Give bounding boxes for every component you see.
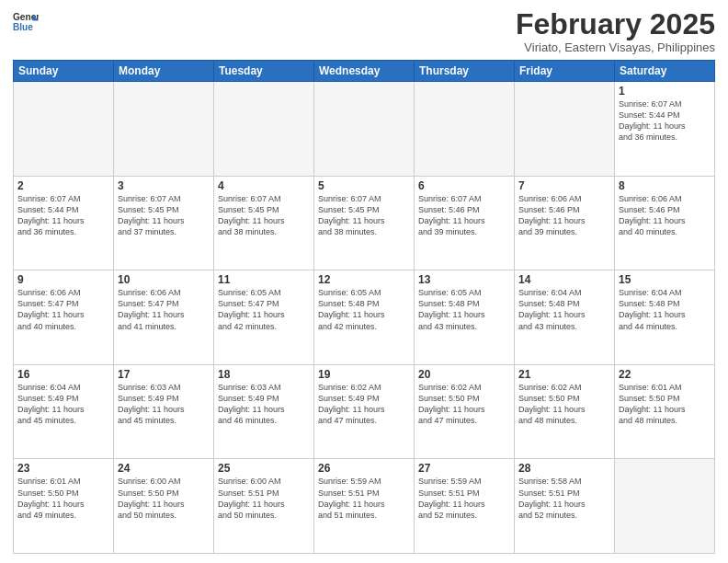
day-number: 23 — [17, 462, 109, 475]
calendar-cell: 7Sunrise: 6:06 AM Sunset: 5:46 PM Daylig… — [515, 176, 615, 270]
calendar-cell: 12Sunrise: 6:05 AM Sunset: 5:48 PM Dayli… — [314, 270, 415, 365]
day-number: 17 — [118, 368, 210, 381]
day-info: Sunrise: 6:06 AM Sunset: 5:46 PM Dayligh… — [619, 193, 711, 238]
week-row-1: 2Sunrise: 6:07 AM Sunset: 5:44 PM Daylig… — [14, 176, 715, 270]
day-number: 15 — [619, 273, 711, 286]
day-info: Sunrise: 6:02 AM Sunset: 5:50 PM Dayligh… — [418, 382, 510, 427]
day-info: Sunrise: 6:07 AM Sunset: 5:45 PM Dayligh… — [318, 193, 410, 238]
day-number: 7 — [518, 179, 610, 192]
day-number: 10 — [118, 273, 210, 286]
calendar-cell: 17Sunrise: 6:03 AM Sunset: 5:49 PM Dayli… — [114, 364, 214, 459]
col-saturday: Saturday — [615, 61, 715, 82]
calendar-header-row: Sunday Monday Tuesday Wednesday Thursday… — [14, 61, 715, 82]
location: Viriato, Eastern Visayas, Philippines — [516, 40, 715, 54]
calendar-cell: 14Sunrise: 6:04 AM Sunset: 5:48 PM Dayli… — [515, 270, 615, 365]
calendar-cell: 9Sunrise: 6:06 AM Sunset: 5:47 PM Daylig… — [14, 270, 114, 365]
day-number: 22 — [619, 368, 711, 381]
calendar-cell: 1Sunrise: 6:07 AM Sunset: 5:44 PM Daylig… — [615, 82, 715, 177]
day-info: Sunrise: 6:04 AM Sunset: 5:48 PM Dayligh… — [518, 287, 610, 332]
day-info: Sunrise: 6:06 AM Sunset: 5:47 PM Dayligh… — [17, 287, 109, 332]
calendar-cell: 11Sunrise: 6:05 AM Sunset: 5:47 PM Dayli… — [214, 270, 314, 365]
day-info: Sunrise: 6:02 AM Sunset: 5:50 PM Dayligh… — [518, 382, 610, 427]
day-number: 18 — [218, 368, 310, 381]
title-block: February 2025 Viriato, Eastern Visayas, … — [516, 9, 715, 54]
calendar-cell: 25Sunrise: 6:00 AM Sunset: 5:51 PM Dayli… — [214, 459, 314, 554]
week-row-2: 9Sunrise: 6:06 AM Sunset: 5:47 PM Daylig… — [14, 270, 715, 365]
calendar-cell: 4Sunrise: 6:07 AM Sunset: 5:45 PM Daylig… — [214, 176, 314, 270]
calendar-cell: 23Sunrise: 6:01 AM Sunset: 5:50 PM Dayli… — [14, 459, 114, 554]
calendar-cell: 15Sunrise: 6:04 AM Sunset: 5:48 PM Dayli… — [615, 270, 715, 365]
day-info: Sunrise: 6:05 AM Sunset: 5:48 PM Dayligh… — [418, 287, 510, 332]
day-info: Sunrise: 6:06 AM Sunset: 5:47 PM Dayligh… — [118, 287, 210, 332]
col-wednesday: Wednesday — [314, 61, 415, 82]
day-number: 3 — [118, 179, 210, 192]
calendar-cell: 13Sunrise: 6:05 AM Sunset: 5:48 PM Dayli… — [415, 270, 515, 365]
logo: General Blue — [13, 9, 39, 35]
day-number: 16 — [17, 368, 109, 381]
calendar-cell: 22Sunrise: 6:01 AM Sunset: 5:50 PM Dayli… — [615, 364, 715, 459]
calendar-cell: 8Sunrise: 6:06 AM Sunset: 5:46 PM Daylig… — [615, 176, 715, 270]
calendar-cell — [214, 82, 314, 177]
calendar-cell: 21Sunrise: 6:02 AM Sunset: 5:50 PM Dayli… — [515, 364, 615, 459]
calendar-cell: 6Sunrise: 6:07 AM Sunset: 5:46 PM Daylig… — [415, 176, 515, 270]
calendar-cell — [615, 459, 715, 554]
col-monday: Monday — [114, 61, 214, 82]
calendar-cell: 5Sunrise: 6:07 AM Sunset: 5:45 PM Daylig… — [314, 176, 415, 270]
week-row-4: 23Sunrise: 6:01 AM Sunset: 5:50 PM Dayli… — [14, 459, 715, 554]
day-number: 21 — [518, 368, 610, 381]
day-number: 12 — [318, 273, 410, 286]
calendar-cell: 26Sunrise: 5:59 AM Sunset: 5:51 PM Dayli… — [314, 459, 415, 554]
day-info: Sunrise: 6:04 AM Sunset: 5:48 PM Dayligh… — [619, 287, 711, 332]
calendar-cell: 20Sunrise: 6:02 AM Sunset: 5:50 PM Dayli… — [415, 364, 515, 459]
day-info: Sunrise: 6:07 AM Sunset: 5:45 PM Dayligh… — [218, 193, 310, 238]
week-row-3: 16Sunrise: 6:04 AM Sunset: 5:49 PM Dayli… — [14, 364, 715, 459]
day-info: Sunrise: 6:07 AM Sunset: 5:44 PM Dayligh… — [619, 98, 711, 144]
day-info: Sunrise: 6:03 AM Sunset: 5:49 PM Dayligh… — [118, 382, 210, 427]
col-tuesday: Tuesday — [214, 61, 314, 82]
day-info: Sunrise: 6:07 AM Sunset: 5:46 PM Dayligh… — [418, 193, 510, 238]
calendar-cell: 2Sunrise: 6:07 AM Sunset: 5:44 PM Daylig… — [14, 176, 114, 270]
day-info: Sunrise: 6:04 AM Sunset: 5:49 PM Dayligh… — [17, 382, 109, 427]
day-info: Sunrise: 6:01 AM Sunset: 5:50 PM Dayligh… — [17, 476, 109, 521]
day-number: 25 — [218, 462, 310, 475]
calendar-cell: 24Sunrise: 6:00 AM Sunset: 5:50 PM Dayli… — [114, 459, 214, 554]
calendar-cell — [515, 82, 615, 177]
calendar-cell: 3Sunrise: 6:07 AM Sunset: 5:45 PM Daylig… — [114, 176, 214, 270]
header: General Blue February 2025 Viriato, East… — [13, 9, 715, 54]
month-title: February 2025 — [516, 9, 715, 39]
day-info: Sunrise: 5:59 AM Sunset: 5:51 PM Dayligh… — [318, 476, 410, 521]
day-number: 20 — [418, 368, 510, 381]
day-number: 27 — [418, 462, 510, 475]
day-number: 4 — [218, 179, 310, 192]
day-info: Sunrise: 6:07 AM Sunset: 5:45 PM Dayligh… — [118, 193, 210, 238]
page: General Blue February 2025 Viriato, East… — [0, 0, 728, 563]
day-number: 9 — [17, 273, 109, 286]
logo-icon: General Blue — [13, 9, 39, 35]
day-info: Sunrise: 5:58 AM Sunset: 5:51 PM Dayligh… — [518, 476, 610, 521]
calendar-cell: 16Sunrise: 6:04 AM Sunset: 5:49 PM Dayli… — [14, 364, 114, 459]
day-number: 6 — [418, 179, 510, 192]
day-number: 19 — [318, 368, 410, 381]
day-info: Sunrise: 6:00 AM Sunset: 5:51 PM Dayligh… — [218, 476, 310, 521]
calendar-cell: 19Sunrise: 6:02 AM Sunset: 5:49 PM Dayli… — [314, 364, 415, 459]
calendar-cell: 28Sunrise: 5:58 AM Sunset: 5:51 PM Dayli… — [515, 459, 615, 554]
day-number: 2 — [17, 179, 109, 192]
svg-text:Blue: Blue — [13, 22, 33, 32]
day-info: Sunrise: 6:01 AM Sunset: 5:50 PM Dayligh… — [619, 382, 711, 427]
col-sunday: Sunday — [14, 61, 114, 82]
day-number: 28 — [518, 462, 610, 475]
calendar-cell — [114, 82, 214, 177]
calendar-cell: 27Sunrise: 5:59 AM Sunset: 5:51 PM Dayli… — [415, 459, 515, 554]
calendar-cell — [415, 82, 515, 177]
calendar-table: Sunday Monday Tuesday Wednesday Thursday… — [13, 60, 715, 554]
day-number: 14 — [518, 273, 610, 286]
day-number: 13 — [418, 273, 510, 286]
day-number: 24 — [118, 462, 210, 475]
calendar-cell: 18Sunrise: 6:03 AM Sunset: 5:49 PM Dayli… — [214, 364, 314, 459]
calendar-cell — [314, 82, 415, 177]
week-row-0: 1Sunrise: 6:07 AM Sunset: 5:44 PM Daylig… — [14, 82, 715, 177]
day-info: Sunrise: 6:03 AM Sunset: 5:49 PM Dayligh… — [218, 382, 310, 427]
day-number: 1 — [619, 85, 711, 98]
day-info: Sunrise: 5:59 AM Sunset: 5:51 PM Dayligh… — [418, 476, 510, 521]
calendar-cell: 10Sunrise: 6:06 AM Sunset: 5:47 PM Dayli… — [114, 270, 214, 365]
